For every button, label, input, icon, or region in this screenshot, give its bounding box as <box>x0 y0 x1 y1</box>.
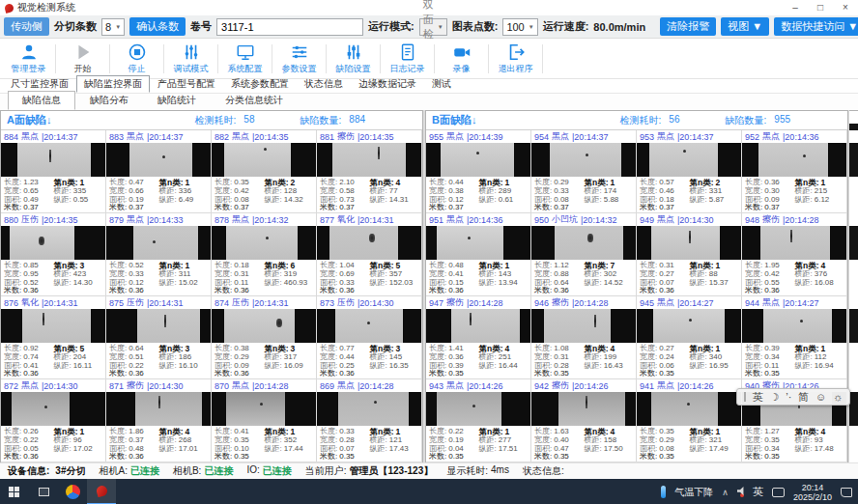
defect-cell-header[interactable]: 941黑点|20:14:26 <box>637 379 741 392</box>
weather-text[interactable]: 气温下降 <box>674 486 713 499</box>
defect-image[interactable] <box>212 143 316 177</box>
defect-cell[interactable]: 878黑点|20:14:32长度:0.18宽度:0.31面积:0.11米数:0.… <box>212 213 317 296</box>
defect-cell-header[interactable]: 883黑点|20:14:37 <box>106 130 211 143</box>
defect-cell[interactable]: 952黑点|20:14:36长度:0.36宽度:0.30面积:0.09米数:0.… <box>742 130 847 213</box>
maximize-button[interactable]: □ <box>808 0 833 15</box>
defect-cell-header[interactable]: 952黑点|20:14:36 <box>742 130 846 143</box>
gear-icon[interactable]: ☼ <box>833 391 843 403</box>
defect-cell[interactable]: 942擦伤|20:14:26长度:1.63宽度:0.40面积:0.47米数:0.… <box>531 379 637 462</box>
defect-cell-header[interactable]: 949黑点|20:14:30 <box>637 213 741 226</box>
defect-image[interactable] <box>742 226 846 260</box>
defect-image[interactable] <box>426 309 530 343</box>
roll-number-input[interactable] <box>216 18 363 36</box>
defect-cell-header[interactable]: 882黑点|20:14:35 <box>212 130 316 143</box>
defect-cell-header[interactable]: 879黑点|20:14:33 <box>106 213 211 226</box>
defect-cell[interactable]: 877氧化|20:14:31长度:1.04宽度:0.69面积:0.33米数:0.… <box>317 213 422 296</box>
defect-cell[interactable]: 874压伤|20:14:31长度:0.38宽度:0.29面积:0.09米数:0.… <box>212 296 317 379</box>
defect-cell[interactable]: 872黑点|20:14:30长度:0.26宽度:0.22面积:0.05米数:0.… <box>1 379 106 462</box>
defect-cell[interactable]: 881擦伤|20:14:35长度:2.10宽度:0.58面积:0.73米数:0.… <box>317 130 422 213</box>
defect-image[interactable] <box>742 143 846 177</box>
defect-cell-header[interactable]: 948擦伤|20:14:28 <box>742 213 846 226</box>
defect-image[interactable] <box>1 309 105 343</box>
defect-cell[interactable]: 943黑点|20:14:26长度:0.22宽度:0.19面积:0.04米数:0.… <box>426 379 531 462</box>
keyboard-icon[interactable] <box>772 488 785 497</box>
defect-cell-header[interactable]: 953黑点|20:14:37 <box>637 130 741 143</box>
defect-cell-header[interactable]: 872黑点|20:14:30 <box>1 379 105 392</box>
defect-cell-header[interactable]: 943黑点|20:14:26 <box>426 379 530 392</box>
defect-cell-header[interactable]: 884黑点|20:14:37 <box>1 130 105 143</box>
param-settings-button[interactable]: 参数设置 <box>272 42 326 75</box>
defect-image[interactable] <box>106 226 211 260</box>
browser-app-button[interactable] <box>58 479 87 504</box>
defect-cell[interactable]: 882黑点|20:14:35长度:0.35宽度:0.42面积:0.08米数:0.… <box>212 130 317 213</box>
defect-cell[interactable]: 884黑点|20:14:37长度:1.23宽度:0.65面积:0.49米数:0.… <box>1 130 106 213</box>
defect-cell[interactable]: 876氧化|20:14:31长度:0.92宽度:0.74面积:0.41米数:0.… <box>1 296 106 379</box>
defect-cell-header[interactable]: 950小凹坑|20:14:32 <box>531 213 636 226</box>
defect-image[interactable] <box>426 143 530 177</box>
defect-cell[interactable]: 947擦伤|20:14:28长度:1.41宽度:0.36面积:0.39米数:0.… <box>426 296 531 379</box>
defect-cell-header[interactable]: 954黑点|20:14:37 <box>531 130 636 143</box>
defect-cell[interactable]: 873压伤|20:14:30长度:0.77宽度:0.44面积:0.25米数:0.… <box>317 296 422 379</box>
ime-toolbar[interactable]: 英 ☽ ’· 简 ☺ ☼ <box>736 388 850 406</box>
defect-image[interactable] <box>1 392 105 426</box>
notification-center-icon[interactable] <box>841 488 852 497</box>
tab-status-info[interactable]: 状态信息 <box>297 75 351 93</box>
minimize-button[interactable]: – <box>783 0 808 15</box>
defect-cell[interactable]: 945黑点|20:14:27长度:0.27宽度:0.24面积:0.06米数:0.… <box>637 296 742 379</box>
defect-cell-header[interactable]: 878黑点|20:14:32 <box>212 213 316 226</box>
subtab-defect-distribution[interactable]: 缺陷分布 <box>75 91 143 110</box>
admin-login-button[interactable]: 管理登录 <box>2 42 55 75</box>
emoji-icon[interactable]: ☺ <box>815 391 826 403</box>
ime-simplified-toggle[interactable]: 简 <box>798 390 809 405</box>
defect-cell-header[interactable]: 946擦伤|20:14:28 <box>531 296 636 309</box>
input-language-indicator[interactable]: 英 <box>753 485 763 499</box>
subtab-defect-statistics[interactable]: 缺陷统计 <box>143 91 211 110</box>
defect-cell[interactable]: 869黑点|20:14:28长度:0.33宽度:0.28面积:0.07米数:0.… <box>317 379 422 462</box>
defect-image[interactable] <box>106 392 211 426</box>
run-mode-select[interactable]: 双面检测 ▼ <box>419 18 447 36</box>
ime-punctuation-toggle[interactable]: ’· <box>786 391 791 403</box>
defect-image[interactable] <box>106 143 211 177</box>
log-record-button[interactable]: 日志记录 <box>381 42 434 75</box>
defect-cell-header[interactable]: 955黑点|20:14:39 <box>426 130 530 143</box>
defect-image[interactable] <box>742 309 846 343</box>
moon-icon[interactable]: ☽ <box>769 391 779 404</box>
defect-image[interactable] <box>637 143 741 177</box>
defect-image[interactable] <box>531 143 636 177</box>
defect-cell[interactable]: 880压伤|20:14:35长度:0.85宽度:0.95面积:0.52米数:0.… <box>1 213 106 296</box>
tray-expand-chevron[interactable]: ∧ <box>722 488 729 497</box>
defect-cell-header[interactable]: 873压伤|20:14:30 <box>317 296 421 309</box>
record-video-button[interactable]: 录像 <box>435 42 488 75</box>
defect-cell-header[interactable]: 881擦伤|20:14:35 <box>317 130 421 143</box>
clear-alarm-button[interactable]: 清除报警 <box>660 17 716 36</box>
task-view-button[interactable] <box>29 479 58 504</box>
defect-cell-header[interactable]: 876氧化|20:14:31 <box>1 296 105 309</box>
defect-cell-header[interactable]: 875压伤|20:14:31 <box>106 296 211 309</box>
defect-cell[interactable]: 949黑点|20:14:30长度:0.31宽度:0.27面积:0.07米数:0.… <box>637 213 742 296</box>
chart-points-select[interactable]: 100 ▼ <box>502 18 537 36</box>
defect-cell-header[interactable]: 951黑点|20:14:36 <box>426 213 530 226</box>
defect-cell-header[interactable]: 870黑点|20:14:28 <box>212 379 316 392</box>
defect-cell-header[interactable]: 944黑点|20:14:27 <box>742 296 846 309</box>
data-quick-access-button[interactable]: 数据快捷访问 ▼ <box>774 17 858 36</box>
thermometer-icon[interactable] <box>661 486 666 498</box>
debug-mode-button[interactable]: 调试模式 <box>164 42 217 75</box>
defect-image[interactable] <box>106 309 211 343</box>
start-menu-button[interactable] <box>0 479 29 504</box>
defect-cell[interactable]: 955黑点|20:14:39长度:0.44宽度:0.38面积:0.12米数:0.… <box>426 130 531 213</box>
drive-side-button[interactable]: 传动侧 <box>4 17 49 36</box>
defect-cell[interactable]: 954黑点|20:14:37长度:0.29宽度:0.33面积:0.08米数:0.… <box>531 130 637 213</box>
defect-image[interactable] <box>1 226 105 260</box>
close-button[interactable]: × <box>833 0 858 15</box>
defect-image[interactable] <box>637 226 741 260</box>
defect-image[interactable] <box>212 392 316 426</box>
defect-image[interactable] <box>1 143 105 177</box>
subtab-class-statistics[interactable]: 分类信息统计 <box>211 91 298 110</box>
defect-settings-button[interactable]: 缺陷设置 <box>327 42 380 75</box>
defect-image[interactable] <box>637 309 741 343</box>
defect-cell-header[interactable]: 874压伤|20:14:31 <box>212 296 316 309</box>
defect-cell[interactable]: 953黑点|20:14:37长度:0.57宽度:0.46面积:0.18米数:0.… <box>637 130 742 213</box>
tab-test[interactable]: 测试 <box>424 75 459 93</box>
ime-english-toggle[interactable]: 英 <box>753 390 763 405</box>
defect-cell[interactable]: 946擦伤|20:14:28长度:1.08宽度:0.31面积:0.28米数:0.… <box>531 296 637 379</box>
